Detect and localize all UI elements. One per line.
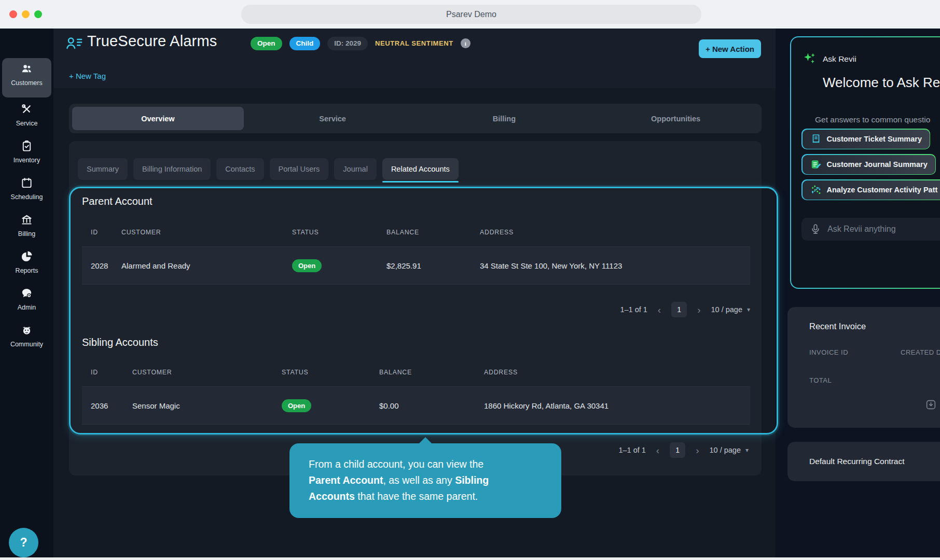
ask-revii-input[interactable]	[827, 225, 940, 234]
subtab-billing-information[interactable]: Billing Information	[133, 158, 211, 180]
cell-balance: $0.00	[379, 401, 484, 410]
sibling-table-header: ID CUSTOMER STATUS BALANCE ADDRESS	[82, 369, 750, 376]
sidebar-item-label: Inventory	[13, 157, 40, 164]
sidebar-item-label: Scheduling	[11, 193, 43, 201]
cell-id: 2028	[91, 261, 121, 270]
ask-revii-welcome: Welcome to Ask Revii!	[817, 74, 940, 91]
minimize-window-icon[interactable]	[22, 10, 30, 18]
sidebar-item-service[interactable]: Service	[0, 103, 53, 128]
column-header-id: ID	[91, 369, 132, 376]
tab-billing[interactable]: Billing	[419, 104, 590, 133]
subtabs: Summary Billing Information Contacts Por…	[78, 158, 459, 180]
scatter-plot-icon	[810, 184, 822, 195]
new-action-button[interactable]: + New Action	[699, 39, 761, 58]
ask-revii-suggestions: Customer Ticket Summary Customer Journal…	[801, 129, 940, 200]
column-header-address: ADDRESS	[480, 229, 750, 236]
recent-invoice-card: Recent Invoice INVOICE ID CREATED DAT TO…	[787, 307, 940, 428]
contract-title: Default Recurring Contract	[809, 457, 905, 466]
parent-account-title: Parent Account	[82, 195, 153, 207]
sidebar-item-inventory[interactable]: Inventory	[0, 140, 53, 164]
caret-down-icon: ▾	[747, 306, 750, 313]
sidebar-item-billing[interactable]: Billing	[0, 214, 53, 238]
tab-service[interactable]: Service	[247, 104, 419, 133]
pagination-range: 1–1 of 1	[618, 446, 645, 454]
tooltip-line: Parent Account, as well as any Sibling	[309, 472, 542, 488]
column-header-customer: CUSTOMER	[121, 229, 292, 236]
related-accounts-highlight: Parent Account ID CUSTOMER STATUS BALANC…	[69, 187, 778, 435]
sidebar-item-admin[interactable]: Admin	[0, 287, 53, 312]
chat-badge-icon	[21, 287, 33, 299]
cell-balance: $2,825.91	[386, 261, 480, 270]
sidebar-item-label: Community	[10, 341, 43, 348]
page-size-select[interactable]: 10 / page ▾	[711, 305, 750, 314]
bank-icon	[21, 214, 33, 226]
window-bottom-edge	[0, 557, 940, 560]
download-icon[interactable]	[925, 399, 936, 410]
sparkles-icon	[803, 52, 817, 66]
sidebar-item-label: Billing	[18, 230, 35, 237]
contact-card-icon	[65, 35, 83, 51]
table-row-sibling-account[interactable]: 2036 Sensor Magic Open $0.00 1860 Hickor…	[82, 387, 750, 424]
ask-revii-panel: Ask Revii Welcome to Ask Revii! Get answ…	[790, 36, 940, 289]
customer-ticket-summary-button[interactable]: Customer Ticket Summary	[801, 129, 930, 149]
page-size-select[interactable]: 10 / page ▾	[709, 446, 749, 454]
fullscreen-window-icon[interactable]	[34, 10, 42, 18]
cell-customer: Sensor Magic	[132, 401, 282, 410]
chevron-right-icon[interactable]: ›	[696, 445, 699, 455]
column-header-status: STATUS	[292, 229, 386, 236]
window-title: Psarev Demo	[241, 5, 701, 24]
info-icon[interactable]: i	[461, 38, 471, 48]
cell-customer: Alarmed and Ready	[121, 261, 292, 270]
table-row-parent-account[interactable]: 2028 Alarmed and Ready Open $2,825.91 34…	[82, 247, 750, 284]
mascot-icon	[21, 324, 33, 336]
customer-name: TrueSecure Alarms	[87, 33, 217, 50]
column-header-status: STATUS	[282, 369, 379, 376]
tutorial-tooltip: From a child account, you can view the P…	[289, 443, 561, 518]
divider	[82, 424, 750, 425]
new-tag-button[interactable]: + New Tag	[69, 72, 106, 80]
subtab-journal[interactable]: Journal	[334, 158, 377, 180]
sidebar-item-label: Service	[16, 120, 38, 127]
ticket-icon	[810, 133, 822, 145]
column-header-balance: BALANCE	[386, 229, 480, 236]
sibling-accounts-title: Sibling Accounts	[82, 337, 158, 348]
customer-badges: Open Child ID: 2029 NEUTRAL SENTIMENT i	[251, 36, 471, 50]
sidebar-item-customers[interactable]: Customers	[0, 63, 53, 87]
close-window-icon[interactable]	[9, 10, 17, 18]
journal-icon	[810, 159, 822, 170]
cell-id: 2036	[91, 401, 132, 410]
suggestion-label: Analyze Customer Activity Patt	[827, 186, 938, 194]
sidebar-item-scheduling[interactable]: Scheduling	[0, 177, 53, 201]
titlebar: Psarev Demo	[0, 0, 940, 29]
page-number-button[interactable]: 1	[670, 442, 685, 458]
microphone-icon[interactable]	[810, 223, 821, 235]
customer-journal-summary-button[interactable]: Customer Journal Summary	[801, 154, 936, 175]
subtab-contacts[interactable]: Contacts	[216, 158, 264, 180]
tab-overview[interactable]: Overview	[72, 107, 244, 130]
cell-address: 34 State St Ste 100, New York, NY 11123	[480, 261, 750, 270]
subtab-portal-users[interactable]: Portal Users	[270, 158, 329, 180]
chevron-left-icon[interactable]: ‹	[658, 305, 661, 315]
caret-down-icon: ▾	[745, 446, 749, 454]
app-window: Psarev Demo Customers Service Inventory	[0, 0, 940, 560]
subtab-summary[interactable]: Summary	[78, 158, 128, 180]
sidebar-item-community[interactable]: Community	[0, 324, 53, 348]
subtab-related-accounts[interactable]: Related Accounts	[382, 158, 459, 180]
cell-address: 1860 Hickory Rd, Atlanta, GA 30341	[484, 401, 750, 410]
page-number-button[interactable]: 1	[671, 302, 687, 317]
tab-opportunities[interactable]: Opportunities	[590, 104, 762, 133]
analyze-activity-patterns-button[interactable]: Analyze Customer Activity Patt	[801, 179, 940, 200]
account-type-badge: Child	[289, 37, 321, 50]
chevron-left-icon[interactable]: ‹	[656, 445, 659, 455]
help-button[interactable]: ?	[9, 528, 38, 557]
total-label: TOTAL	[809, 376, 832, 384]
sidebar-item-reports[interactable]: Reports	[0, 250, 53, 275]
customer-id-badge: ID: 2029	[327, 37, 368, 50]
column-header-balance: BALANCE	[379, 369, 484, 376]
users-icon	[21, 63, 33, 75]
default-recurring-contract-card[interactable]: Default Recurring Contract	[787, 442, 940, 481]
status-badge: Open	[292, 259, 322, 272]
chevron-right-icon[interactable]: ›	[697, 305, 700, 315]
suggestion-label: Customer Ticket Summary	[827, 135, 922, 143]
created-date-label: CREATED DAT	[901, 348, 940, 356]
